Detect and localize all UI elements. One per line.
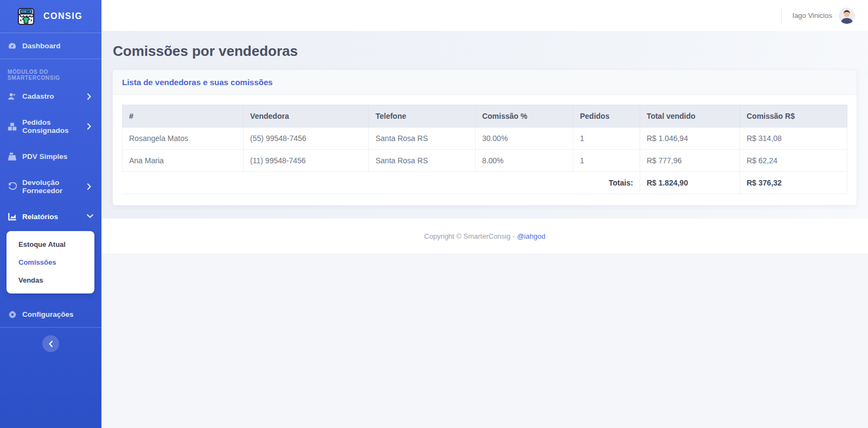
- totals-label: Totais:: [123, 172, 640, 194]
- app-window: CONSIG Dashboard MÓDULOS DO SMARTERCONSI…: [0, 0, 868, 428]
- submenu-item-comissoes[interactable]: Comissões: [7, 253, 94, 271]
- sidebar-item-label: Cadastro: [22, 92, 81, 100]
- sidebar-collapse-button[interactable]: [42, 335, 59, 352]
- chevron-right-icon: [87, 123, 92, 130]
- author-link[interactable]: @iahgod: [517, 232, 545, 240]
- table-header-row: # Vendedora Telefone Comissão % Pedidos …: [123, 105, 847, 127]
- cell-vendedora: Ana Maria: [123, 150, 244, 172]
- commissions-table: # Vendedora Telefone Comissão % Pedidos …: [122, 105, 847, 194]
- totals-comissao: R$ 376,32: [740, 172, 847, 194]
- gear-icon: [8, 310, 17, 319]
- sidebar-item-label: Configurações: [22, 310, 94, 318]
- tachometer-icon: [8, 41, 17, 50]
- sidebar-item-cadastro[interactable]: Cadastro: [0, 83, 101, 110]
- topbar-divider: [781, 8, 782, 23]
- sidebar-item-configuracoes[interactable]: Configurações: [0, 299, 101, 327]
- cell-cidade: Santa Rosa RS: [369, 127, 475, 150]
- cell-telefone: (55) 99548-7456: [244, 127, 369, 150]
- brand-logo[interactable]: CONSIG: [0, 0, 101, 33]
- column-header: #: [123, 105, 244, 127]
- table-row: Rosangela Matos (55) 99548-7456 Santa Ro…: [123, 127, 847, 150]
- brand-name: CONSIG: [43, 11, 82, 21]
- sidebar-item-pdv-simples[interactable]: PDV Simples: [0, 143, 101, 170]
- user-plus-icon: [8, 92, 17, 101]
- sidebar-collapse-area: [0, 328, 101, 360]
- chevron-left-icon: [48, 341, 53, 347]
- page-title: Comissões por vendedoras: [113, 43, 857, 60]
- relatorios-submenu: Estoque Atual Comissões Vendas: [7, 231, 94, 293]
- copyright-text: Copyright © SmarterConsig -: [424, 232, 515, 240]
- cell-pedidos: 1: [573, 127, 640, 150]
- submenu-item-vendas[interactable]: Vendas: [7, 271, 94, 289]
- sidebar-item-devolucao-fornecedor[interactable]: Devolução Fornecedor: [0, 170, 101, 203]
- card-header: Lista de vendedoras e suas comissões: [113, 70, 857, 95]
- page-background: [101, 253, 868, 428]
- sidebar-item-label: Relatórios: [22, 213, 81, 221]
- topbar: Iago Vinicios: [101, 0, 868, 31]
- cell-comissao-pct: 8.00%: [475, 150, 573, 172]
- cell-total-vendido: R$ 777,96: [640, 150, 739, 172]
- totals-row: Totais: R$ 1.824,90 R$ 376,32: [123, 172, 847, 194]
- column-header: Vendedora: [244, 105, 369, 127]
- totals-total-vendido: R$ 1.824,90: [640, 172, 739, 194]
- cell-comissao-rs: R$ 62,24: [740, 150, 847, 172]
- sidebar-section-header: MÓDULOS DO SMARTERCONSIG: [0, 59, 101, 83]
- sidebar-item-pedidos-consignados[interactable]: Pedidos Consignados: [0, 110, 101, 143]
- cash-register-icon: [8, 152, 17, 161]
- cell-comissao-pct: 30.00%: [475, 127, 573, 150]
- chart-line-icon: [8, 212, 17, 221]
- cell-pedidos: 1: [573, 150, 640, 172]
- commissions-card: Lista de vendedoras e suas comissões # V…: [112, 69, 857, 206]
- sidebar-item-label: Pedidos Consignados: [22, 118, 81, 135]
- cell-telefone: (11) 99548-7456: [244, 150, 369, 172]
- main-content: Comissões por vendedoras Lista de vended…: [101, 31, 868, 219]
- column-header: Pedidos: [573, 105, 640, 127]
- submenu-item-estoque-atual[interactable]: Estoque Atual: [7, 235, 94, 253]
- footer: Copyright © SmarterConsig - @iahgod: [101, 219, 868, 253]
- chevron-right-icon: [87, 93, 92, 100]
- sidebar-item-label: PDV Simples: [22, 152, 94, 161]
- boxes-icon: [8, 122, 17, 131]
- sidebar-item-label: Devolução Fornecedor: [22, 178, 81, 195]
- sidebar: CONSIG Dashboard MÓDULOS DO SMARTERCONSI…: [0, 0, 101, 428]
- cell-comissao-rs: R$ 314,08: [740, 127, 847, 150]
- storefront-logo-icon: [15, 5, 37, 27]
- sidebar-item-label: Dashboard: [22, 42, 94, 50]
- table-row: Ana Maria (11) 99548-7456 Santa Rosa RS …: [123, 150, 847, 172]
- user-avatar[interactable]: [839, 8, 855, 24]
- content-column: Iago Vinicios Comissões por vendedoras L…: [101, 0, 868, 428]
- sidebar-item-relatorios[interactable]: Relatórios: [0, 203, 101, 230]
- column-header: Comissão R$: [740, 105, 847, 127]
- cell-vendedora: Rosangela Matos: [123, 127, 244, 150]
- column-header: Total vendido: [640, 105, 739, 127]
- chevron-down-icon: [87, 214, 92, 220]
- column-header: Telefone: [369, 105, 475, 127]
- card-body: # Vendedora Telefone Comissão % Pedidos …: [113, 95, 857, 205]
- cell-total-vendido: R$ 1.046,94: [640, 127, 739, 150]
- undo-icon: [8, 182, 17, 191]
- cell-cidade: Santa Rosa RS: [369, 150, 475, 172]
- column-header: Comissão %: [475, 105, 573, 127]
- user-name: Iago Vinicios: [793, 11, 832, 20]
- chevron-right-icon: [87, 183, 92, 190]
- sidebar-item-dashboard[interactable]: Dashboard: [0, 33, 101, 59]
